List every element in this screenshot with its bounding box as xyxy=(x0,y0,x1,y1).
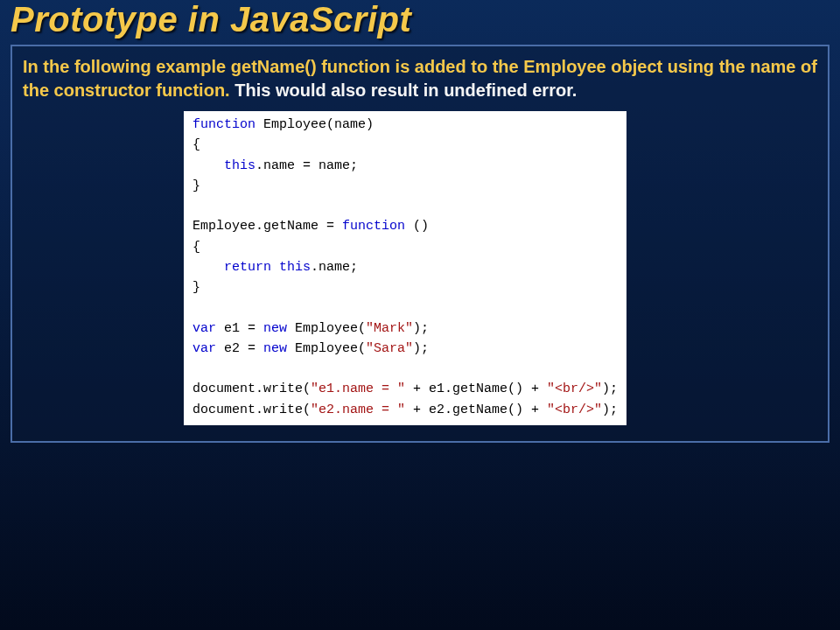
code-text: Employee.getName = xyxy=(192,219,342,234)
code-text: { xyxy=(192,137,200,152)
code-kw: function xyxy=(192,117,256,132)
code-text: ); xyxy=(602,382,618,396)
code-text xyxy=(192,260,224,275)
code-string: "Mark" xyxy=(366,321,413,336)
code-text: document.write( xyxy=(192,382,311,396)
code-text: Employee( xyxy=(287,321,366,336)
code-text: () xyxy=(405,219,429,234)
code-kw: var xyxy=(192,341,216,356)
code-text: { xyxy=(192,240,200,255)
code-string: "<br/>" xyxy=(547,382,602,396)
code-string: "e2.name = " xyxy=(311,402,405,417)
code-text: } xyxy=(192,280,200,295)
code-text: + e1.getName() + xyxy=(405,382,547,396)
code-kw: var xyxy=(192,321,216,336)
code-text xyxy=(192,158,224,173)
code-kw: function xyxy=(342,219,405,234)
code-kw: new xyxy=(263,321,287,336)
code-text: .name; xyxy=(311,260,358,275)
code-string: "e1.name = " xyxy=(311,382,405,396)
code-kw: new xyxy=(263,341,287,356)
code-snippet: function Employee(name) { this.name = na… xyxy=(184,111,626,425)
code-string: "Sara" xyxy=(366,341,413,356)
code-kw: this xyxy=(224,158,256,173)
code-text: Employee(name) xyxy=(256,117,374,132)
code-kw: return xyxy=(224,260,271,275)
code-kw: this xyxy=(279,260,311,275)
code-text: .name = name; xyxy=(256,158,358,173)
code-text: Employee( xyxy=(287,341,366,356)
code-text: + e2.getName() + xyxy=(405,402,547,417)
slide-title: Prototype in JavaScript xyxy=(0,0,840,41)
code-text: e1 = xyxy=(216,321,263,336)
description-rest: This would also result in undefined erro… xyxy=(234,80,577,100)
content-box: In the following example getName() funct… xyxy=(10,45,830,443)
code-text: ); xyxy=(413,321,429,336)
code-string: "<br/>" xyxy=(547,402,602,417)
description: In the following example getName() funct… xyxy=(23,55,817,111)
code-text: } xyxy=(192,178,200,193)
code-text: document.write( xyxy=(192,402,311,417)
code-text xyxy=(271,260,279,275)
code-text: ); xyxy=(602,402,618,417)
code-text: ); xyxy=(413,341,429,356)
code-text: e2 = xyxy=(216,341,263,356)
